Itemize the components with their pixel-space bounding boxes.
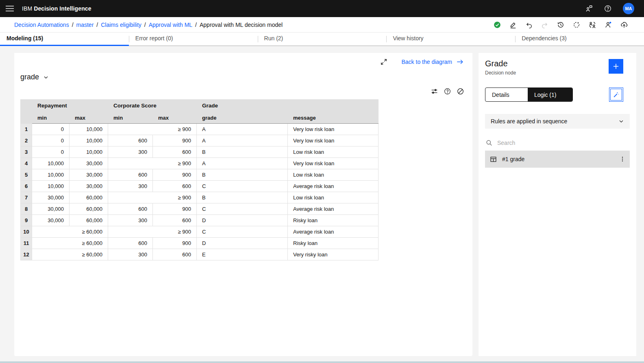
grade-cell[interactable]: A xyxy=(197,135,288,147)
repayment-max-cell[interactable]: 30,000 xyxy=(70,158,108,169)
grade-group-header[interactable]: Grade xyxy=(197,100,379,112)
search-input[interactable] xyxy=(497,140,629,146)
repayment-range-cell[interactable]: ≥ 60,000 xyxy=(32,226,108,238)
repayment-range-cell[interactable]: ≥ 60,000 xyxy=(32,238,108,249)
redo-icon[interactable] xyxy=(541,21,548,28)
column-header-repayment-min[interactable]: min xyxy=(32,112,70,124)
breadcrumb-link[interactable]: master xyxy=(76,22,94,28)
tab-details[interactable]: Details xyxy=(485,88,528,101)
repayment-max-cell[interactable]: 30,000 xyxy=(70,181,108,192)
history-icon[interactable] xyxy=(557,21,564,28)
clean-icon[interactable] xyxy=(573,21,580,28)
grade-cell[interactable]: E xyxy=(197,249,288,260)
repayment-min-cell[interactable]: 0 xyxy=(32,147,70,158)
corporate-max-cell[interactable]: 600 xyxy=(153,147,197,158)
rule-list-item[interactable]: #1 grade xyxy=(485,151,630,168)
column-header-corporate-max[interactable]: max xyxy=(153,112,197,124)
repayment-max-cell[interactable]: 10,000 xyxy=(70,135,108,147)
message-cell[interactable]: Risky loan xyxy=(288,238,379,249)
corporate-min-cell[interactable]: 300 xyxy=(108,147,153,158)
grade-cell[interactable]: C xyxy=(197,226,288,238)
column-header-message[interactable]: message xyxy=(288,112,379,124)
message-cell[interactable]: Very risky loan xyxy=(288,249,379,260)
grade-cell[interactable]: C xyxy=(197,203,288,215)
collaborate-icon[interactable] xyxy=(589,21,596,28)
corporate-range-cell[interactable]: ≥ 900 xyxy=(108,192,197,203)
repayment-min-cell[interactable]: 0 xyxy=(32,135,70,147)
corporate-range-cell[interactable]: ≥ 900 xyxy=(108,158,197,169)
repayment-min-cell[interactable]: 10,000 xyxy=(32,158,70,169)
feedback-icon[interactable] xyxy=(585,5,593,12)
message-cell[interactable]: Very low risk loan xyxy=(288,135,379,147)
breadcrumb-link[interactable]: Claims eligibility xyxy=(101,22,141,28)
repayment-min-cell[interactable]: 30,000 xyxy=(32,203,70,215)
hamburger-menu-button[interactable] xyxy=(0,0,20,17)
magic-wand-button[interactable] xyxy=(609,87,623,102)
corporate-max-cell[interactable]: 900 xyxy=(153,238,197,249)
grade-cell[interactable]: D xyxy=(197,215,288,226)
add-button[interactable] xyxy=(609,59,623,74)
help-icon[interactable] xyxy=(444,88,451,95)
message-cell[interactable]: Low risk loan xyxy=(288,169,379,181)
undo-icon[interactable] xyxy=(525,21,533,28)
message-cell[interactable]: Low risk loan xyxy=(288,192,379,203)
tab-modeling-15[interactable]: Modeling (15) xyxy=(0,33,129,46)
corporate-max-cell[interactable]: 600 xyxy=(153,215,197,226)
repayment-min-cell[interactable]: 30,000 xyxy=(32,192,70,203)
grade-cell[interactable]: B xyxy=(197,147,288,158)
repayment-min-cell[interactable]: 0 xyxy=(32,124,70,135)
corporate-max-cell[interactable]: 900 xyxy=(153,169,197,181)
column-header-corporate-min[interactable]: min xyxy=(108,112,153,124)
upload-icon[interactable] xyxy=(620,21,628,28)
corporate-max-cell[interactable]: 900 xyxy=(153,203,197,215)
tab-dependencies-3[interactable]: Dependencies (3) xyxy=(515,33,644,46)
corporate-min-cell[interactable]: 300 xyxy=(108,249,153,260)
user-notification-icon[interactable] xyxy=(605,21,612,28)
back-to-diagram-link[interactable]: Back to the diagram xyxy=(401,58,463,66)
corporate-max-cell[interactable]: 900 xyxy=(153,135,197,147)
repayment-max-cell[interactable]: 10,000 xyxy=(70,147,108,158)
corporate-min-cell[interactable]: 600 xyxy=(108,169,153,181)
message-cell[interactable]: Average risk loan xyxy=(288,226,379,238)
repayment-max-cell[interactable]: 60,000 xyxy=(70,203,108,215)
sort-icon[interactable] xyxy=(187,111,194,112)
corporate-score-group-header[interactable]: Corporate Score xyxy=(108,100,197,112)
message-cell[interactable]: Very low risk loan xyxy=(288,124,379,135)
grade-cell[interactable]: C xyxy=(197,181,288,192)
overflow-menu-icon[interactable] xyxy=(619,156,626,162)
repayment-max-cell[interactable]: 60,000 xyxy=(70,192,108,203)
message-cell[interactable]: Average risk loan xyxy=(288,203,379,215)
corporate-min-cell[interactable]: 300 xyxy=(108,215,153,226)
saved-check-icon[interactable] xyxy=(494,21,501,28)
grade-cell[interactable]: A xyxy=(197,158,288,169)
corporate-min-cell[interactable]: 300 xyxy=(108,181,153,192)
repayment-min-cell[interactable]: 10,000 xyxy=(32,181,70,192)
corporate-min-cell[interactable]: 600 xyxy=(108,238,153,249)
repayment-range-cell[interactable]: ≥ 60,000 xyxy=(32,249,108,260)
settings-adjust-icon[interactable] xyxy=(431,88,438,95)
node-dropdown[interactable]: grade xyxy=(20,73,49,81)
grade-cell[interactable]: B xyxy=(197,192,288,203)
tab-run-2[interactable]: Run (2) xyxy=(258,33,387,46)
rules-sequence-accordion[interactable]: Rules are applied in sequence xyxy=(485,114,630,129)
column-header-grade[interactable]: grade xyxy=(197,112,288,124)
sort-icon[interactable] xyxy=(368,111,376,112)
repayment-max-cell[interactable]: 30,000 xyxy=(70,169,108,181)
message-cell[interactable]: Average risk loan xyxy=(288,181,379,192)
maximize-icon[interactable] xyxy=(380,58,387,66)
avatar[interactable]: MA xyxy=(623,3,634,14)
help-icon[interactable] xyxy=(604,5,611,12)
horizontal-scrollbar[interactable] xyxy=(0,361,644,363)
prohibit-icon[interactable] xyxy=(457,88,464,95)
corporate-min-cell[interactable]: 600 xyxy=(108,203,153,215)
breadcrumb-link[interactable]: Approval with ML xyxy=(149,22,192,28)
column-header-repayment-max[interactable]: max xyxy=(70,112,108,124)
message-cell[interactable]: Low risk loan xyxy=(288,147,379,158)
repayment-max-cell[interactable]: 60,000 xyxy=(70,215,108,226)
repayment-group-header[interactable]: Repayment xyxy=(32,100,108,112)
repayment-max-cell[interactable]: 10,000 xyxy=(70,124,108,135)
tab-view-history[interactable]: View history xyxy=(386,33,515,46)
corporate-max-cell[interactable]: 600 xyxy=(153,249,197,260)
corporate-range-cell[interactable]: ≥ 900 xyxy=(108,124,197,135)
sort-icon[interactable] xyxy=(98,111,106,112)
